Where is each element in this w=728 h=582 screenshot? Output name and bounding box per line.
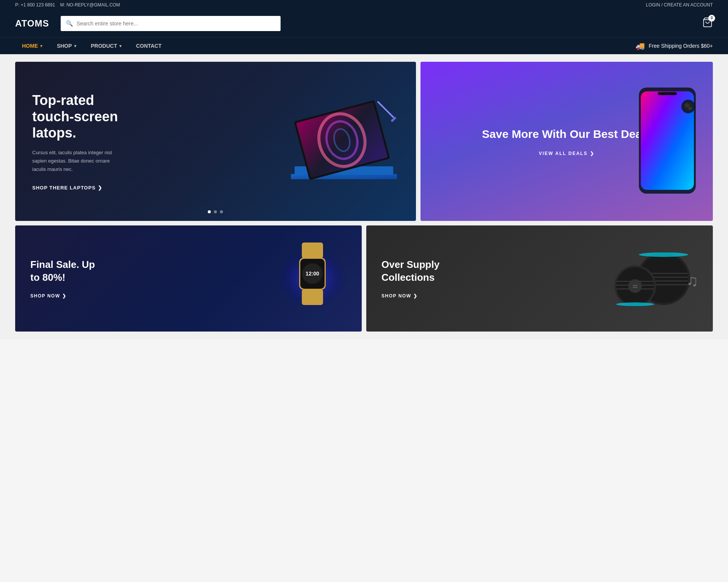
slider-dots bbox=[208, 210, 223, 213]
slider-dot-3[interactable] bbox=[220, 210, 223, 213]
arrow-right-icon: ❯ bbox=[62, 293, 67, 299]
phone-number: +1 800 123 6891 bbox=[21, 2, 55, 8]
contact-info: P: +1 800 123 6891 M: NO-REPLY@GMAIL.COM bbox=[15, 2, 120, 8]
hero-grid: Top-rated touch-screen latops. Cursus el… bbox=[15, 62, 713, 221]
svg-text:12:00: 12:00 bbox=[306, 271, 319, 277]
svg-rect-23 bbox=[302, 242, 323, 258]
nav-item-home[interactable]: HOME ▼ bbox=[15, 38, 50, 54]
chevron-down-icon: ▼ bbox=[119, 44, 122, 48]
chevron-down-icon: ▼ bbox=[74, 44, 77, 48]
mail-label: M: bbox=[60, 2, 65, 8]
truck-icon: 🚚 bbox=[635, 41, 645, 50]
banner-watch: Final Sale. Up to 80%! SHOP NOW ❯ bbox=[15, 225, 362, 332]
svg-point-31 bbox=[639, 252, 688, 257]
svg-rect-1 bbox=[291, 174, 397, 179]
svg-point-37 bbox=[616, 302, 654, 306]
svg-rect-24 bbox=[302, 289, 323, 305]
speaker-banner-title: Over Supply Collections bbox=[381, 258, 457, 284]
slider-dot-2[interactable] bbox=[214, 210, 217, 213]
nav-left: HOME ▼ SHOP ▼ PRODUCT ▼ CONTACT bbox=[15, 38, 168, 54]
hero-laptop-banner: Top-rated touch-screen latops. Cursus el… bbox=[15, 62, 416, 221]
cart-badge: 0 bbox=[708, 15, 715, 22]
svg-point-15 bbox=[685, 103, 689, 108]
slider-dot-1[interactable] bbox=[208, 210, 211, 213]
top-bar: P: +1 800 123 6891 M: NO-REPLY@GMAIL.COM… bbox=[0, 0, 728, 10]
arrow-right-icon: ❯ bbox=[590, 151, 595, 156]
header: ATOMS 🔍 0 bbox=[0, 10, 728, 37]
svg-text:♫: ♫ bbox=[686, 272, 698, 289]
search-input[interactable] bbox=[61, 16, 281, 31]
logo[interactable]: ATOMS bbox=[15, 18, 53, 29]
hero-main-title: Top-rated touch-screen latops. bbox=[32, 92, 131, 141]
nav-item-product[interactable]: PRODUCT ▼ bbox=[84, 38, 129, 54]
hero-main-desc: Cursus elit, iaculis platea integer nisl… bbox=[32, 149, 123, 174]
watch-banner-title: Final Sale. Up to 80%! bbox=[30, 258, 106, 284]
phone-label: P: bbox=[15, 2, 19, 8]
svg-rect-12 bbox=[658, 92, 677, 95]
phone-illustration bbox=[633, 84, 701, 199]
main-content: Top-rated touch-screen latops. Cursus el… bbox=[0, 54, 728, 339]
search-icon: 🔍 bbox=[66, 20, 73, 27]
svg-line-8 bbox=[378, 102, 393, 117]
arrow-right-icon: ❯ bbox=[98, 185, 102, 191]
chevron-down-icon: ▼ bbox=[39, 44, 43, 48]
svg-point-16 bbox=[688, 106, 692, 110]
shipping-info: 🚚 Free Shipping Orders $60+ bbox=[635, 41, 713, 50]
arrow-right-icon: ❯ bbox=[413, 293, 418, 299]
banner-speaker: Over Supply Collections SHOP NOW ❯ bbox=[366, 225, 713, 332]
email-address: NO-REPLY@GMAIL.COM bbox=[66, 2, 120, 8]
nav-item-contact[interactable]: CONTACT bbox=[129, 38, 168, 54]
cart-button[interactable]: 0 bbox=[702, 17, 713, 30]
watch-illustration: 12:00 bbox=[275, 237, 350, 320]
svg-rect-41 bbox=[633, 287, 637, 288]
nav-item-shop[interactable]: SHOP ▼ bbox=[50, 38, 84, 54]
speaker-illustration: ♫ bbox=[603, 237, 709, 320]
login-link[interactable]: LOGIN / CREATE AN ACCOUNT bbox=[646, 2, 713, 8]
laptop-illustration bbox=[279, 94, 408, 202]
hero-deals-banner: Save More With Our Best Deals VIEW ALL D… bbox=[420, 62, 713, 221]
bottom-banners-grid: Final Sale. Up to 80%! SHOP NOW ❯ bbox=[15, 225, 713, 332]
navigation: HOME ▼ SHOP ▼ PRODUCT ▼ CONTACT 🚚 Free S… bbox=[0, 37, 728, 54]
svg-rect-40 bbox=[633, 285, 637, 286]
search-wrap: 🔍 bbox=[61, 16, 281, 31]
